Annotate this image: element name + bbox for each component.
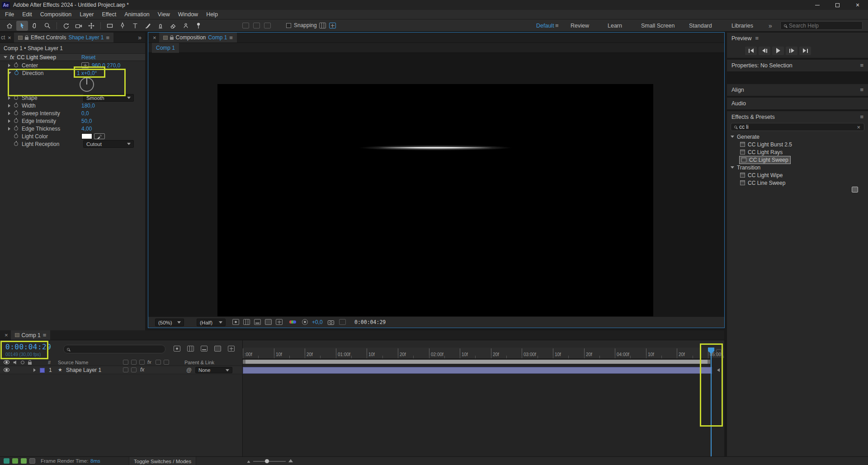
mask-feather-icon[interactable] xyxy=(242,23,249,28)
comp-marker-bin-icon[interactable] xyxy=(716,349,722,355)
effect-reset-button[interactable]: Reset xyxy=(81,54,95,61)
shape-dropdown[interactable]: Smooth xyxy=(83,94,134,102)
menu-edit[interactable]: Edit xyxy=(18,11,36,18)
work-area-start-handle[interactable] xyxy=(243,360,245,364)
effect-expander-icon[interactable] xyxy=(4,56,7,58)
layer-quality-switch[interactable] xyxy=(123,367,128,372)
magnification-dropdown[interactable]: (50%) xyxy=(155,319,184,326)
property-value[interactable]: 960,0 270,0 xyxy=(92,62,120,69)
layer-row[interactable]: 1 ★ Shape Layer 1 fx @ None xyxy=(0,366,243,374)
close-tab-icon[interactable]: × xyxy=(8,35,11,41)
menu-effect[interactable]: Effect xyxy=(98,11,120,18)
graph-editor-icon[interactable] xyxy=(228,346,235,352)
disk-cache-icon[interactable] xyxy=(12,458,18,464)
hand-tool[interactable] xyxy=(29,21,41,31)
direction-dial[interactable] xyxy=(80,77,94,92)
exposure-value[interactable]: +0,0 xyxy=(312,319,323,325)
snap-option2-icon[interactable] xyxy=(329,23,336,28)
property-label[interactable]: Center xyxy=(22,62,38,69)
brush-tool[interactable] xyxy=(142,21,154,31)
close-button[interactable]: × xyxy=(847,0,868,10)
menu-layer[interactable]: Layer xyxy=(75,11,98,18)
stopwatch-icon[interactable] xyxy=(14,119,18,123)
snapshot-camera-icon[interactable] xyxy=(327,319,335,327)
time-ruler[interactable]: :00f 10f 20f 01:00f 10f 20f 02:00f 10f 2… xyxy=(243,348,724,359)
toggle-switches-button[interactable]: Toggle Switches / Modes xyxy=(129,457,196,465)
layer-effects-switch[interactable] xyxy=(131,367,137,372)
menu-view[interactable]: View xyxy=(154,11,174,18)
lock-icon[interactable] xyxy=(170,37,174,40)
panel-corner-icon[interactable] xyxy=(852,187,858,193)
property-label[interactable]: Direction xyxy=(22,70,43,76)
effect-item-cc-light-sweep[interactable]: CC Light Sweep xyxy=(727,156,868,164)
hide-shy-layers-icon[interactable] xyxy=(201,346,208,352)
eraser-tool[interactable] xyxy=(167,21,179,31)
stopwatch-icon[interactable] xyxy=(14,111,18,115)
property-label[interactable]: Width xyxy=(22,103,36,109)
panel-menu-icon[interactable]: ≡ xyxy=(860,114,863,120)
property-value[interactable]: 0,0 xyxy=(81,110,89,117)
selection-tool[interactable] xyxy=(16,21,28,31)
stopwatch-icon[interactable] xyxy=(14,103,18,108)
next-frame-button[interactable] xyxy=(786,47,797,55)
workspace-overflow-button[interactable]: » xyxy=(769,19,772,32)
mask-visibility-icon[interactable] xyxy=(254,319,261,325)
menu-file[interactable]: File xyxy=(1,11,18,18)
first-frame-button[interactable] xyxy=(745,47,757,55)
playhead-line[interactable] xyxy=(711,348,712,456)
close-tab-icon[interactable]: × xyxy=(5,332,8,338)
effects-search-box[interactable]: × xyxy=(731,123,864,131)
work-area-bar[interactable] xyxy=(243,360,710,364)
type-tool[interactable] xyxy=(129,21,141,31)
stopwatch-icon[interactable] xyxy=(14,134,18,138)
clear-search-icon[interactable]: × xyxy=(857,124,860,130)
effects-group-generate[interactable]: Generate xyxy=(727,133,868,141)
rectangle-tool[interactable] xyxy=(104,21,116,31)
effect-controls-tab[interactable]: Effect Controls Shape Layer 1 ≡ xyxy=(14,33,113,42)
lock-icon[interactable] xyxy=(25,37,28,40)
camera-tool[interactable] xyxy=(73,21,85,31)
gpu-status-icon[interactable] xyxy=(4,458,9,464)
parent-dropdown[interactable]: None xyxy=(195,367,232,373)
expander-icon[interactable] xyxy=(8,104,10,108)
minimize-button[interactable] xyxy=(807,0,827,10)
panel-menu-icon[interactable]: ≡ xyxy=(755,35,759,41)
roto-brush-tool[interactable] xyxy=(180,21,192,31)
pan-behind-tool[interactable] xyxy=(85,21,97,31)
effect-item-cc-light-wipe[interactable]: CC Light Wipe xyxy=(727,171,868,179)
show-snapshot-icon[interactable] xyxy=(339,319,346,325)
menu-help[interactable]: Help xyxy=(202,11,222,18)
menu-composition[interactable]: Composition xyxy=(36,11,75,18)
effects-search-input[interactable] xyxy=(739,124,843,130)
layer-fx-switch[interactable]: fx xyxy=(140,366,144,373)
comp-button-icon[interactable] xyxy=(717,368,720,372)
timeline-tab-comp1[interactable]: Comp 1 ≡ xyxy=(11,330,51,340)
property-label[interactable]: Light Reception xyxy=(22,141,59,147)
panel-divider[interactable] xyxy=(242,340,243,456)
expander-icon[interactable] xyxy=(8,96,10,100)
zoom-in-mountain-icon[interactable] xyxy=(288,459,293,462)
effect-item-cc-light-rays[interactable]: CC Light Rays xyxy=(727,148,868,156)
close-tab-icon[interactable]: × xyxy=(153,35,156,41)
grid-guides-icon[interactable] xyxy=(276,319,283,325)
parent-pickwhip-icon[interactable]: @ xyxy=(186,367,192,373)
group-expander-icon[interactable] xyxy=(731,166,734,169)
source-name-column-header[interactable]: Source Name xyxy=(58,360,88,365)
effect-item-cc-light-burst[interactable]: CC Light Burst 2.5 xyxy=(727,141,868,148)
property-value[interactable]: 1 x+0,0° xyxy=(77,70,97,76)
property-label[interactable]: Shape xyxy=(22,95,38,101)
workspace-libraries[interactable]: Libraries xyxy=(731,19,753,32)
partial-project-tab[interactable]: ct xyxy=(1,34,5,41)
composition-mini-flowchart-icon[interactable] xyxy=(174,346,180,352)
rotate-tool[interactable] xyxy=(60,21,72,31)
layer-visibility-toggle[interactable] xyxy=(4,368,9,372)
stopwatch-icon[interactable] xyxy=(14,127,18,131)
expander-icon[interactable] xyxy=(8,72,11,74)
group-expander-icon[interactable] xyxy=(731,136,734,138)
composition-tab[interactable]: Composition Comp 1 ≡ xyxy=(159,33,237,42)
workspace-default[interactable]: Default xyxy=(536,19,554,32)
mask-expansion-icon[interactable] xyxy=(264,23,271,28)
expander-icon[interactable] xyxy=(8,119,10,123)
panel-menu-icon[interactable]: ≡ xyxy=(860,62,863,68)
viewer-timecode[interactable]: 0:00:04:29 xyxy=(354,319,386,325)
